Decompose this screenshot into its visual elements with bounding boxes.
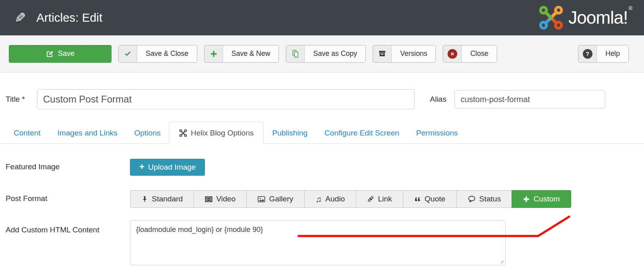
featured-image-row: Featured Image + Upload Image <box>6 159 644 176</box>
upload-image-button[interactable]: + Upload Image <box>130 159 205 176</box>
save-and-new-label: Save & New <box>223 45 279 62</box>
save-and-close-button[interactable]: Save & Close <box>118 45 197 63</box>
tab-publishing[interactable]: Publishing <box>264 122 316 144</box>
tab-helix-label: Helix Blog Options <box>191 122 254 144</box>
copy-pages-icon <box>286 45 305 62</box>
film-icon <box>205 195 213 203</box>
post-format-row: Post Format Standard Video <box>6 190 644 208</box>
format-custom-label: Custom <box>533 195 559 203</box>
pencil-icon: ✎ <box>14 11 26 25</box>
plus-icon <box>204 45 223 62</box>
upload-image-label: Upload Image <box>148 163 196 172</box>
title-label: Title * <box>6 95 37 104</box>
speech-bubble-icon <box>468 195 476 203</box>
tab-helix-blog-options[interactable]: Helix Blog Options <box>169 122 264 144</box>
close-label: Close <box>462 45 497 62</box>
versions-label: Versions <box>392 45 436 62</box>
alias-input[interactable] <box>454 90 605 109</box>
chain-link-icon <box>367 195 374 203</box>
alias-label: Alias <box>430 95 446 104</box>
page-title: Articles: Edit <box>37 11 103 25</box>
custom-html-row: Add Custom HTML Content {loadmodule mod_… <box>6 220 644 267</box>
format-standard-button[interactable]: Standard <box>130 190 194 208</box>
help-question-glyph: ? <box>583 49 592 59</box>
close-button[interactable]: × Close <box>443 45 497 63</box>
save-as-copy-label: Save as Copy <box>305 45 365 62</box>
title-input[interactable] <box>37 89 415 109</box>
tab-configure-edit-screen[interactable]: Configure Edit Screen <box>316 122 408 144</box>
format-video-button[interactable]: Video <box>194 190 247 208</box>
versions-button[interactable]: Versions <box>373 45 436 63</box>
upload-plus-icon: + <box>139 162 144 171</box>
custom-html-wrap: {loadmodule mod_login} or {module 90} <box>130 220 506 267</box>
check-icon <box>119 45 137 62</box>
edit-square-icon <box>46 50 54 58</box>
tab-content[interactable]: Content <box>5 122 49 144</box>
tab-options[interactable]: Options <box>126 122 169 144</box>
format-link-button[interactable]: Link <box>356 190 403 208</box>
pin-icon <box>141 196 148 203</box>
format-standard-label: Standard <box>152 195 183 203</box>
save-button[interactable]: Save <box>9 45 111 63</box>
tab-bar: Content Images and Links Options Helix B… <box>0 122 644 144</box>
featured-image-label: Featured Image <box>6 159 130 171</box>
post-format-label: Post Format <box>6 190 130 203</box>
custom-html-label: Add Custom HTML Content <box>6 220 130 234</box>
registered-mark: ® <box>628 5 632 11</box>
format-custom-button[interactable]: Custom <box>512 190 571 208</box>
help-button[interactable]: ? Help <box>578 45 629 63</box>
save-as-copy-button[interactable]: Save as Copy <box>286 45 366 63</box>
tab-permissions[interactable]: Permissions <box>408 122 466 144</box>
format-gallery-button[interactable]: Gallery <box>246 190 304 208</box>
close-icon: × <box>443 45 462 62</box>
close-x-glyph: × <box>448 49 457 59</box>
joomla-logo-icon <box>539 5 564 30</box>
title-alias-row: Title * Alias <box>6 89 644 109</box>
format-audio-label: Audio <box>325 195 345 203</box>
format-link-label: Link <box>378 195 392 203</box>
format-status-label: Status <box>479 195 501 203</box>
music-note-icon: ♫ <box>316 195 322 203</box>
save-and-new-button[interactable]: Save & New <box>204 45 279 63</box>
format-quote-label: Quote <box>425 195 446 203</box>
tab-images-and-links[interactable]: Images and Links <box>49 122 126 144</box>
format-audio-button[interactable]: ♫ Audio <box>304 190 356 208</box>
joomla-logo: Joomla!® <box>539 5 632 30</box>
save-and-close-label: Save & Close <box>137 45 197 62</box>
help-icon: ? <box>578 45 597 62</box>
save-button-label: Save <box>58 49 74 58</box>
format-gallery-label: Gallery <box>269 195 293 203</box>
custom-html-textarea[interactable]: {loadmodule mod_login} or {module 90} <box>130 220 506 265</box>
custom-plus-icon <box>523 196 530 203</box>
format-quote-button[interactable]: “ Quote <box>403 190 457 208</box>
joomla-logo-text: Joomla!® <box>568 8 632 28</box>
helix-joomla-glyph-icon <box>179 129 187 137</box>
post-format-group: Standard Video Galle <box>130 190 571 208</box>
format-video-label: Video <box>216 195 235 203</box>
toolbar: Save Save & Close Save & New Save as Cop… <box>0 35 644 72</box>
help-label: Help <box>597 45 628 62</box>
picture-icon <box>258 195 265 203</box>
app-header: ✎ Articles: Edit Joomla!® <box>0 0 644 35</box>
archive-icon <box>373 45 392 62</box>
format-status-button[interactable]: Status <box>456 190 512 208</box>
